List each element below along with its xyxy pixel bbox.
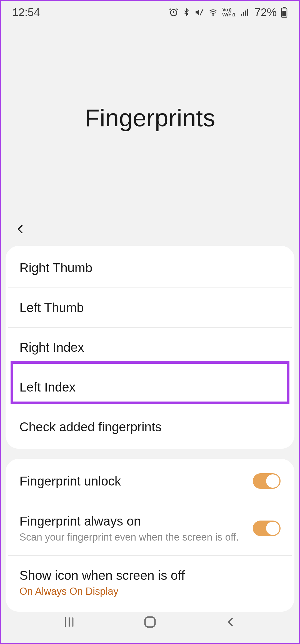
settings-card: Fingerprint unlock Fingerprint always on… bbox=[6, 459, 294, 612]
status-bar: 12:54 Vo))WiFi1 72% bbox=[1, 1, 299, 23]
setting-unlock[interactable]: Fingerprint unlock bbox=[6, 459, 294, 501]
setting-label: Fingerprint always on bbox=[19, 514, 239, 529]
svg-rect-6 bbox=[247, 9, 248, 16]
fingerprint-label: Left Thumb bbox=[19, 300, 84, 315]
recents-icon bbox=[63, 616, 76, 628]
home-button[interactable] bbox=[139, 611, 161, 633]
title-area: Fingerprints bbox=[1, 23, 299, 212]
mute-icon bbox=[194, 8, 204, 17]
fingerprints-card: Right Thumb Left Thumb Right Index Left … bbox=[6, 246, 294, 449]
setting-label: Show icon when screen is off bbox=[19, 568, 185, 583]
chevron-left-icon bbox=[225, 616, 236, 628]
battery-icon bbox=[281, 7, 288, 18]
chevron-left-icon bbox=[15, 221, 26, 237]
svg-point-2 bbox=[213, 15, 214, 16]
svg-rect-4 bbox=[243, 12, 244, 16]
alarm-icon bbox=[169, 8, 178, 17]
check-fingerprints[interactable]: Check added fingerprints bbox=[8, 407, 292, 449]
fingerprint-item[interactable]: Right Thumb bbox=[6, 246, 294, 288]
battery-percent: 72% bbox=[254, 6, 277, 19]
check-fingerprints-label: Check added fingerprints bbox=[19, 419, 161, 434]
svg-rect-13 bbox=[145, 617, 155, 627]
setting-show-icon[interactable]: Show icon when screen is off On Always O… bbox=[8, 555, 292, 612]
toggle-always-on[interactable] bbox=[253, 521, 281, 536]
fingerprint-item[interactable]: Left Index bbox=[8, 367, 292, 407]
fingerprint-label: Right Index bbox=[19, 340, 84, 355]
svg-line-1 bbox=[200, 9, 203, 16]
back-button[interactable] bbox=[12, 221, 29, 237]
vowifi-icon: Vo))WiFi1 bbox=[222, 7, 236, 17]
navigation-bar bbox=[1, 607, 299, 643]
fingerprint-item[interactable]: Left Thumb bbox=[8, 288, 292, 327]
setting-label: Fingerprint unlock bbox=[19, 474, 121, 489]
recents-button[interactable] bbox=[58, 611, 80, 633]
signal-icon bbox=[239, 8, 249, 16]
toggle-unlock[interactable] bbox=[253, 473, 281, 489]
fingerprint-label: Right Thumb bbox=[19, 260, 92, 275]
wifi-icon bbox=[208, 8, 218, 16]
fingerprint-label: Left Index bbox=[19, 380, 76, 395]
nav-back-button[interactable] bbox=[220, 611, 242, 633]
page-title: Fingerprints bbox=[85, 104, 216, 132]
svg-rect-9 bbox=[282, 11, 286, 16]
setting-value: On Always On Display bbox=[19, 586, 185, 597]
home-icon bbox=[143, 615, 157, 629]
svg-rect-5 bbox=[245, 11, 246, 16]
bluetooth-icon bbox=[182, 8, 191, 17]
setting-always-on[interactable]: Fingerprint always on Scan your fingerpr… bbox=[8, 501, 292, 555]
fingerprint-item[interactable]: Right Index bbox=[8, 327, 292, 367]
toolbar bbox=[1, 212, 299, 246]
setting-sub: Scan your fingerprint even when the scre… bbox=[19, 531, 239, 543]
status-right: Vo))WiFi1 72% bbox=[169, 6, 288, 19]
svg-rect-3 bbox=[241, 14, 242, 16]
status-time: 12:54 bbox=[12, 6, 40, 19]
